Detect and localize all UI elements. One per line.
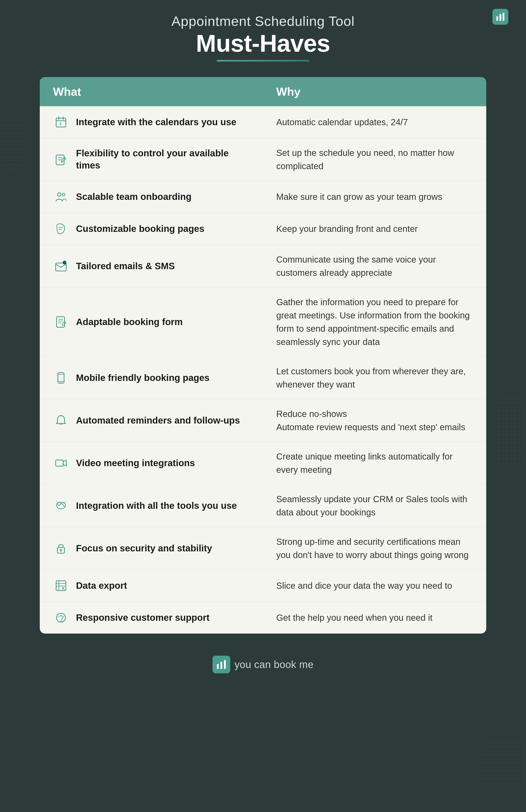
table-row: Mobile friendly booking pages Let custom… [40,357,486,399]
team-icon [53,189,69,205]
table-row: Flexibility to control your available ti… [40,138,486,181]
row-why-10: Strong up-time and security certificatio… [263,535,473,562]
mobile-icon [53,370,69,386]
row-title-5: Adaptable booking form [76,316,183,328]
row-left: Adaptable booking form [53,314,263,330]
row-why-2: Make sure it can grow as your team grows [263,190,473,203]
row-title-11: Data export [76,580,127,592]
header-subtitle: Appointment Scheduling Tool [40,13,486,29]
row-why-5: Gather the information you need to prepa… [263,295,473,348]
row-left: Automated reminders and follow-ups [53,412,263,429]
booking-pages-icon [53,221,69,237]
row-left: Tailored emails & SMS [53,258,263,274]
table-row: Tailored emails & SMS Communicate using … [40,245,486,288]
row-title-9: Integration with all the tools you use [76,500,237,512]
row-why-12: Get the help you need when you need it [263,611,473,624]
row-left: 4 Integrate with the calendars you use [53,114,263,130]
footer: you can book me [213,656,314,673]
decorative-dots-left [0,115,24,172]
svg-point-26 [60,382,61,383]
flexibility-icon [53,151,69,168]
svg-point-38 [60,621,62,622]
svg-point-11 [57,193,61,196]
svg-point-32 [60,549,62,551]
svg-rect-40 [221,662,222,669]
footer-bar-chart-icon [216,659,227,670]
header-underline [217,60,310,62]
row-title-3: Customizable booking pages [76,223,204,235]
svg-rect-19 [57,317,65,327]
row-left: Customizable booking pages [53,221,263,237]
column-why: Why [263,85,473,98]
svg-rect-34 [56,581,66,591]
svg-text:4: 4 [59,122,61,126]
row-title-4: Tailored emails & SMS [76,260,175,272]
support-icon [53,610,69,626]
video-icon [53,455,69,471]
table-header: What Why [40,77,486,106]
table-row: 4 Integrate with the calendars you use A… [40,106,486,138]
svg-point-12 [62,193,65,196]
row-title-1: Flexibility to control your available ti… [76,147,254,171]
row-title-8: Video meeting integrations [76,457,195,469]
row-title-6: Mobile friendly booking pages [76,372,210,384]
header-section: Appointment Scheduling Tool Must-Haves [40,13,486,62]
calendar-icon: 4 [53,114,69,130]
email-sms-icon [53,258,69,274]
form-icon [53,314,69,330]
svg-rect-1 [499,14,501,21]
svg-rect-31 [57,548,65,553]
row-title-12: Responsive customer support [76,612,210,624]
header-title: Must-Haves [40,31,486,55]
svg-rect-28 [56,460,63,466]
row-left: Mobile friendly booking pages [53,370,263,386]
decorative-dots-bottom-right [482,741,526,790]
footer-logo [213,656,230,673]
row-why-1: Set up the schedule you need, no matter … [263,146,473,173]
features-table: What Why 4 Integrate with the calendars … [40,77,486,634]
reminders-icon [53,412,69,429]
row-left: Focus on security and stability [53,540,263,556]
table-row: Video meeting integrations Create unique… [40,442,486,484]
row-title-7: Automated reminders and follow-ups [76,415,240,427]
table-row: Data export Slice and dice your data the… [40,570,486,602]
row-why-7: Reduce no-shows Automate review requests… [263,407,473,434]
row-why-6: Let customers book you from wherever the… [263,365,473,391]
data-export-icon [53,578,69,594]
row-why-4: Communicate using the same voice your cu… [263,253,473,279]
row-title-2: Scalable team onboarding [76,191,191,203]
row-why-8: Create unique meeting links automaticall… [263,450,473,476]
row-title-0: Integrate with the calendars you use [76,116,237,128]
table-row: Integration with all the tools you use S… [40,484,486,527]
row-left: Responsive customer support [53,610,263,626]
row-left: Data export [53,578,263,594]
row-left: Flexibility to control your available ti… [53,147,263,171]
row-why-3: Keep your branding front and center [263,222,473,235]
row-why-11: Slice and dice your data the way you nee… [263,579,473,592]
table-row: Scalable team onboarding Make sure it ca… [40,181,486,213]
decorative-dots-right [497,397,526,464]
svg-rect-2 [502,13,504,21]
row-left: Scalable team onboarding [53,189,263,205]
integration-icon [53,498,69,514]
table-row: Adaptable booking form Gather the inform… [40,288,486,357]
row-left: Integration with all the tools you use [53,498,263,514]
footer-brand-name: you can book me [234,658,314,670]
row-why-9: Seamlessly update your CRM or Sales tool… [263,492,473,519]
table-row: Focus on security and stability Strong u… [40,527,486,570]
svg-rect-41 [224,660,226,669]
column-what: What [53,85,263,98]
row-left: Video meeting integrations [53,455,263,471]
table-row: Responsive customer support Get the help… [40,602,486,634]
security-icon [53,540,69,556]
row-why-0: Automatic calendar updates, 24/7 [263,116,473,129]
svg-rect-0 [496,16,498,21]
table-row: Automated reminders and follow-ups Reduc… [40,399,486,442]
bar-chart-icon-top [496,12,505,21]
row-title-10: Focus on security and stability [76,542,212,554]
table-row: Customizable booking pages Keep your bra… [40,213,486,245]
brand-icon-top [493,9,508,25]
svg-rect-39 [217,664,219,669]
